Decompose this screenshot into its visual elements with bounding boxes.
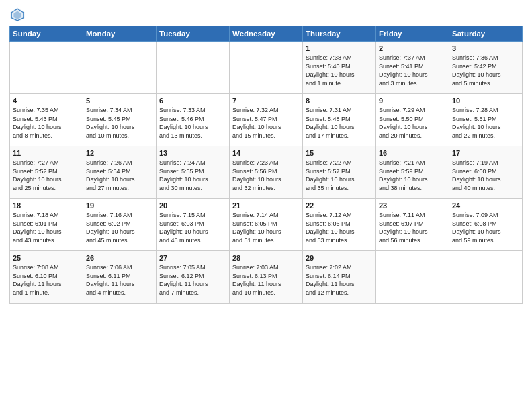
day-cell: 24Sunrise: 7:09 AM Sunset: 6:08 PM Dayli…: [449, 199, 523, 251]
day-cell: 28Sunrise: 7:03 AM Sunset: 6:13 PM Dayli…: [230, 251, 303, 304]
day-info: Sunrise: 7:02 AM Sunset: 6:14 PM Dayligh…: [306, 263, 373, 297]
day-cell: 2Sunrise: 7:37 AM Sunset: 5:41 PM Daylig…: [376, 42, 449, 94]
day-cell: 4Sunrise: 7:35 AM Sunset: 5:43 PM Daylig…: [10, 94, 83, 146]
day-cell: 29Sunrise: 7:02 AM Sunset: 6:14 PM Dayli…: [303, 251, 376, 304]
week-row-1: 1Sunrise: 7:38 AM Sunset: 5:40 PM Daylig…: [10, 42, 523, 94]
logo: [9, 7, 28, 23]
day-info: Sunrise: 7:05 AM Sunset: 6:12 PM Dayligh…: [159, 263, 226, 297]
day-number: 10: [452, 97, 519, 105]
day-cell: [376, 251, 449, 304]
page-container: SundayMondayTuesdayWednesdayThursdayFrid…: [0, 0, 532, 308]
day-number: 21: [232, 201, 300, 210]
day-info: Sunrise: 7:29 AM Sunset: 5:50 PM Dayligh…: [379, 106, 446, 140]
day-number: 12: [86, 149, 153, 157]
day-info: Sunrise: 7:12 AM Sunset: 6:06 PM Dayligh…: [306, 211, 373, 244]
col-header-sunday: Sunday: [10, 26, 83, 42]
day-number: 19: [86, 201, 153, 210]
day-info: Sunrise: 7:22 AM Sunset: 5:57 PM Dayligh…: [306, 158, 373, 192]
header: [9, 7, 523, 23]
day-info: Sunrise: 7:34 AM Sunset: 5:45 PM Dayligh…: [86, 106, 153, 140]
day-info: Sunrise: 7:15 AM Sunset: 6:03 PM Dayligh…: [159, 211, 226, 244]
day-number: 28: [232, 254, 300, 262]
day-cell: 6Sunrise: 7:33 AM Sunset: 5:46 PM Daylig…: [157, 94, 230, 146]
col-header-friday: Friday: [376, 26, 449, 42]
day-cell: 20Sunrise: 7:15 AM Sunset: 6:03 PM Dayli…: [157, 199, 230, 251]
day-info: Sunrise: 7:19 AM Sunset: 6:00 PM Dayligh…: [452, 158, 519, 192]
week-row-2: 4Sunrise: 7:35 AM Sunset: 5:43 PM Daylig…: [10, 94, 523, 146]
day-cell: 7Sunrise: 7:32 AM Sunset: 5:47 PM Daylig…: [230, 94, 303, 146]
day-info: Sunrise: 7:31 AM Sunset: 5:48 PM Dayligh…: [306, 106, 373, 140]
calendar-table: SundayMondayTuesdayWednesdayThursdayFrid…: [9, 26, 523, 304]
day-cell: 16Sunrise: 7:21 AM Sunset: 5:59 PM Dayli…: [376, 146, 449, 199]
day-number: 7: [232, 97, 300, 105]
day-info: Sunrise: 7:23 AM Sunset: 5:56 PM Dayligh…: [232, 158, 300, 192]
day-info: Sunrise: 7:21 AM Sunset: 5:59 PM Dayligh…: [379, 158, 446, 192]
day-number: 20: [159, 201, 226, 210]
day-cell: 23Sunrise: 7:11 AM Sunset: 6:07 PM Dayli…: [376, 199, 449, 251]
day-info: Sunrise: 7:26 AM Sunset: 5:54 PM Dayligh…: [86, 158, 153, 192]
day-number: 3: [452, 44, 519, 52]
day-cell: [10, 42, 83, 94]
day-cell: [449, 251, 523, 304]
day-number: 2: [379, 44, 446, 52]
day-info: Sunrise: 7:27 AM Sunset: 5:52 PM Dayligh…: [13, 158, 80, 192]
day-cell: 17Sunrise: 7:19 AM Sunset: 6:00 PM Dayli…: [449, 146, 523, 199]
day-number: 23: [379, 201, 446, 210]
day-number: 22: [306, 201, 373, 210]
week-row-4: 18Sunrise: 7:18 AM Sunset: 6:01 PM Dayli…: [10, 199, 523, 251]
day-number: 9: [379, 97, 446, 105]
day-number: 15: [306, 149, 373, 157]
day-number: 17: [452, 149, 519, 157]
day-info: Sunrise: 7:33 AM Sunset: 5:46 PM Dayligh…: [159, 106, 226, 140]
day-cell: [83, 42, 157, 94]
day-info: Sunrise: 7:03 AM Sunset: 6:13 PM Dayligh…: [232, 263, 300, 297]
day-cell: 26Sunrise: 7:06 AM Sunset: 6:11 PM Dayli…: [83, 251, 157, 304]
day-info: Sunrise: 7:16 AM Sunset: 6:02 PM Dayligh…: [86, 211, 153, 244]
day-cell: 3Sunrise: 7:36 AM Sunset: 5:42 PM Daylig…: [449, 42, 523, 94]
day-info: Sunrise: 7:32 AM Sunset: 5:47 PM Dayligh…: [232, 106, 300, 140]
day-cell: 25Sunrise: 7:08 AM Sunset: 6:10 PM Dayli…: [10, 251, 83, 304]
day-number: 11: [13, 149, 80, 157]
day-cell: 13Sunrise: 7:24 AM Sunset: 5:55 PM Dayli…: [157, 146, 230, 199]
day-info: Sunrise: 7:24 AM Sunset: 5:55 PM Dayligh…: [159, 158, 226, 192]
day-cell: 15Sunrise: 7:22 AM Sunset: 5:57 PM Dayli…: [303, 146, 376, 199]
day-cell: [230, 42, 303, 94]
day-info: Sunrise: 7:36 AM Sunset: 5:42 PM Dayligh…: [452, 54, 519, 87]
day-cell: 22Sunrise: 7:12 AM Sunset: 6:06 PM Dayli…: [303, 199, 376, 251]
day-cell: 14Sunrise: 7:23 AM Sunset: 5:56 PM Dayli…: [230, 146, 303, 199]
day-number: 24: [452, 201, 519, 210]
day-info: Sunrise: 7:35 AM Sunset: 5:43 PM Dayligh…: [13, 106, 80, 140]
col-header-thursday: Thursday: [303, 26, 376, 42]
day-info: Sunrise: 7:37 AM Sunset: 5:41 PM Dayligh…: [379, 54, 446, 87]
day-number: 4: [13, 97, 80, 105]
header-row: SundayMondayTuesdayWednesdayThursdayFrid…: [10, 26, 523, 42]
day-cell: [157, 42, 230, 94]
day-cell: 11Sunrise: 7:27 AM Sunset: 5:52 PM Dayli…: [10, 146, 83, 199]
day-cell: 9Sunrise: 7:29 AM Sunset: 5:50 PM Daylig…: [376, 94, 449, 146]
day-info: Sunrise: 7:28 AM Sunset: 5:51 PM Dayligh…: [452, 106, 519, 140]
day-number: 6: [159, 97, 226, 105]
day-number: 14: [232, 149, 300, 157]
day-info: Sunrise: 7:18 AM Sunset: 6:01 PM Dayligh…: [13, 211, 80, 244]
day-cell: 12Sunrise: 7:26 AM Sunset: 5:54 PM Dayli…: [83, 146, 157, 199]
day-number: 8: [306, 97, 373, 105]
day-number: 26: [86, 254, 153, 262]
logo-icon: [9, 7, 26, 23]
day-cell: 8Sunrise: 7:31 AM Sunset: 5:48 PM Daylig…: [303, 94, 376, 146]
col-header-tuesday: Tuesday: [157, 26, 230, 42]
col-header-wednesday: Wednesday: [230, 26, 303, 42]
week-row-5: 25Sunrise: 7:08 AM Sunset: 6:10 PM Dayli…: [10, 251, 523, 304]
day-cell: 5Sunrise: 7:34 AM Sunset: 5:45 PM Daylig…: [83, 94, 157, 146]
day-cell: 1Sunrise: 7:38 AM Sunset: 5:40 PM Daylig…: [303, 42, 376, 94]
week-row-3: 11Sunrise: 7:27 AM Sunset: 5:52 PM Dayli…: [10, 146, 523, 199]
day-cell: 18Sunrise: 7:18 AM Sunset: 6:01 PM Dayli…: [10, 199, 83, 251]
day-info: Sunrise: 7:08 AM Sunset: 6:10 PM Dayligh…: [13, 263, 80, 297]
day-cell: 19Sunrise: 7:16 AM Sunset: 6:02 PM Dayli…: [83, 199, 157, 251]
day-number: 27: [159, 254, 226, 262]
day-info: Sunrise: 7:09 AM Sunset: 6:08 PM Dayligh…: [452, 211, 519, 244]
day-number: 5: [86, 97, 153, 105]
day-number: 16: [379, 149, 446, 157]
day-cell: 27Sunrise: 7:05 AM Sunset: 6:12 PM Dayli…: [157, 251, 230, 304]
day-number: 1: [306, 44, 373, 52]
day-info: Sunrise: 7:11 AM Sunset: 6:07 PM Dayligh…: [379, 211, 446, 244]
